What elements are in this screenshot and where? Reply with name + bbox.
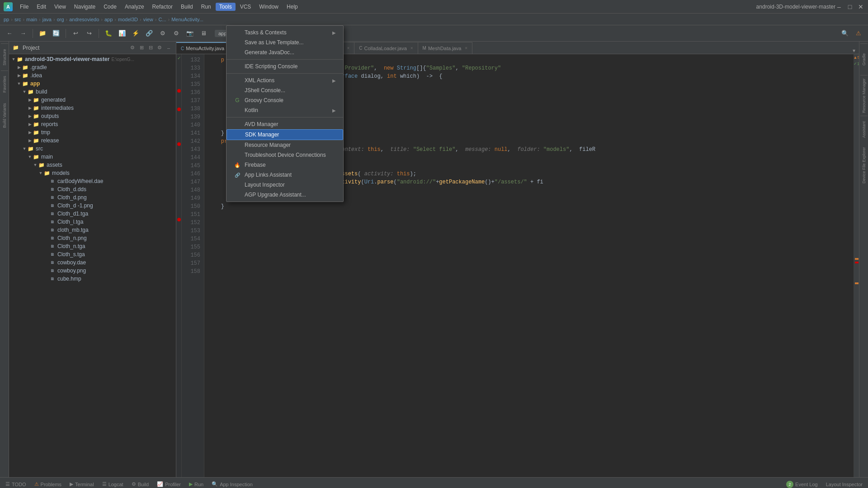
menu-view[interactable]: View xyxy=(51,3,70,11)
bc-java[interactable]: java xyxy=(42,17,52,22)
tree-cloth-ltga[interactable]: ▶ 🗎 Cloth_l.tga xyxy=(9,218,176,226)
more-tools-button[interactable]: ⚙ xyxy=(157,28,169,39)
tree-cowboy-dae[interactable]: ▶ 🗎 cowboy.dae xyxy=(9,258,176,267)
tree-intermediates[interactable]: ▶ 📁 intermediates xyxy=(9,104,176,112)
tree-cloth-npng[interactable]: ▶ 🗎 Cloth_n.png xyxy=(9,234,176,242)
tree-root[interactable]: ▼ 📁 android-3D-model-viewer-master E:\op… xyxy=(9,55,176,63)
structure-tab[interactable]: Structure xyxy=(1,43,8,70)
menu-analyze[interactable]: Analyze xyxy=(121,3,148,11)
notifications-button[interactable]: ⚠ xyxy=(853,28,864,39)
tree-carbodywheel[interactable]: ▶ 🗎 carBodyWheel.dae xyxy=(9,177,176,185)
device-file-explorer-tab[interactable]: Device File Explorer xyxy=(860,143,868,188)
forward-button[interactable]: → xyxy=(17,28,29,39)
event-log-tab[interactable]: 2 Event Log xyxy=(783,479,821,488)
build-tab[interactable]: ⚙ Build xyxy=(128,479,152,488)
tree-build[interactable]: ▼ 📁 build xyxy=(9,88,176,96)
menu-build[interactable]: Build xyxy=(177,3,197,11)
tree-tmp[interactable]: ▶ 📁 tmp xyxy=(9,128,176,136)
panel-close-icon[interactable]: – xyxy=(165,44,172,52)
menu-tasks-contexts[interactable]: Tasks & Contexts ▶ xyxy=(226,28,343,38)
menu-kotlin[interactable]: Kotlin ▶ xyxy=(226,105,343,115)
menu-help[interactable]: Help xyxy=(283,3,302,11)
menu-run[interactable]: Run xyxy=(198,3,215,11)
menu-tools[interactable]: Tools xyxy=(216,3,236,11)
search-everywhere-button[interactable]: 🔍 xyxy=(839,28,851,39)
menu-xml-actions[interactable]: XML Actions ▶ xyxy=(226,75,343,85)
tree-generated[interactable]: ▶ 📁 generated xyxy=(9,96,176,104)
build-variants-tab[interactable]: Build Variants xyxy=(1,98,8,134)
tree-src[interactable]: ▼ 📁 src xyxy=(9,145,176,153)
tree-outputs[interactable]: ▶ 📁 outputs xyxy=(9,112,176,120)
menu-file[interactable]: File xyxy=(16,3,32,11)
menu-edit[interactable]: Edit xyxy=(33,3,50,11)
undo-button[interactable]: ↩ xyxy=(70,28,81,39)
profiler-tab[interactable]: 📈 Profiler xyxy=(153,479,184,488)
tree-cloth-d1[interactable]: ▶ 🗎 Cloth_d -1.png xyxy=(9,202,176,210)
bc-c[interactable]: C... xyxy=(158,17,166,22)
tree-release[interactable]: ▶ 📁 release xyxy=(9,136,176,145)
resource-manager-tab[interactable]: Resource Manager xyxy=(860,75,868,116)
menu-avd-manager[interactable]: AVD Manager xyxy=(226,119,343,129)
bc-app[interactable]: app xyxy=(104,17,113,22)
layout-inspector-tab[interactable]: Layout Inspector xyxy=(822,479,866,488)
tree-reports[interactable]: ▶ 📁 reports xyxy=(9,120,176,128)
tree-cloth-dds[interactable]: ▶ 🗎 Cloth_d.dds xyxy=(9,185,176,193)
profile-button[interactable]: ⚡ xyxy=(130,28,142,39)
sync-button[interactable]: 🔄 xyxy=(50,28,62,39)
settings-button[interactable]: ⚙ xyxy=(170,28,182,39)
logcat-tab[interactable]: ☰ Logcat xyxy=(99,479,127,488)
tree-idea[interactable]: ▶ 📁 .idea xyxy=(9,71,176,80)
gradle-tab[interactable]: Gradle xyxy=(860,43,868,75)
tree-cowboy-png[interactable]: ▶ 🗎 cowboy.png xyxy=(9,267,176,275)
menu-groovy-console[interactable]: G Groovy Console xyxy=(226,95,343,105)
back-button[interactable]: ← xyxy=(4,28,15,39)
tree-cube-hmp[interactable]: ▶ 🗎 cube.hmp xyxy=(9,275,176,283)
tree-cloth-mb[interactable]: ▶ 🗎 cloth_mb.tga xyxy=(9,226,176,234)
run-tab[interactable]: ▶ Run xyxy=(185,479,207,488)
toolbar-btn10[interactable]: 🖥 xyxy=(198,28,209,39)
toolbar-btn9[interactable]: 📷 xyxy=(184,28,196,39)
tree-models[interactable]: ▼ 📁 models xyxy=(9,169,176,177)
menu-ide-scripting-console[interactable]: IDE Scripting Console xyxy=(226,61,343,71)
tree-cloth-ntga[interactable]: ▶ 🗎 Cloth_n.tga xyxy=(9,242,176,250)
redo-button[interactable]: ↪ xyxy=(83,28,95,39)
attach-button[interactable]: 🔗 xyxy=(143,28,155,39)
tabs-more[interactable]: ▾ xyxy=(849,47,859,54)
tab-meshdata[interactable]: M MeshData.java × xyxy=(418,42,473,54)
panel-expand-icon[interactable]: ⊞ xyxy=(138,44,145,52)
bc-org[interactable]: org xyxy=(57,17,64,22)
tab-colladaloader[interactable]: C ColladaLoader.java × xyxy=(354,42,418,54)
coverage-button[interactable]: 📊 xyxy=(116,28,128,39)
panel-settings-icon[interactable]: ⚙ xyxy=(129,44,136,52)
tab-colladaloader-close[interactable]: × xyxy=(410,46,413,51)
bc-main[interactable]: main xyxy=(26,17,37,22)
menu-window[interactable]: Window xyxy=(255,3,282,11)
assistant-tab[interactable]: Assistant xyxy=(860,116,868,143)
bc-view[interactable]: view xyxy=(143,17,153,22)
tree-cloth-stga[interactable]: ▶ 🗎 Cloth_s.tga xyxy=(9,250,176,258)
tree-cloth-d1tga[interactable]: ▶ 🗎 Cloth_d1.tga xyxy=(9,210,176,218)
tree-cloth-png[interactable]: ▶ 🗎 Cloth_d.png xyxy=(9,193,176,202)
tree-main[interactable]: ▼ 📁 main xyxy=(9,153,176,161)
tree-gradle[interactable]: ▶ 📁 .gradle xyxy=(9,63,176,71)
bc-menuactivity[interactable]: MenuActivity... xyxy=(171,17,203,22)
tab-object3ddata-close[interactable]: × xyxy=(347,46,349,51)
tab-meshdata-close[interactable]: × xyxy=(465,46,467,51)
menu-resource-manager[interactable]: Resource Manager xyxy=(226,140,343,150)
menu-refactor[interactable]: Refactor xyxy=(149,3,176,11)
menu-sdk-manager[interactable]: SDK Manager xyxy=(226,129,343,140)
menu-navigate[interactable]: Navigate xyxy=(71,3,99,11)
menu-save-live-template[interactable]: Save as Live Template... xyxy=(226,38,343,47)
terminal-tab[interactable]: ▶ Terminal xyxy=(66,479,98,488)
menu-troubleshoot-connections[interactable]: Troubleshoot Device Connections xyxy=(226,150,343,160)
debug-button[interactable]: 🐛 xyxy=(103,28,114,39)
menu-layout-inspector[interactable]: Layout Inspector xyxy=(226,180,343,190)
app-inspection-tab[interactable]: 🔍 App Inspection xyxy=(208,479,256,488)
panel-gear-icon[interactable]: ⚙ xyxy=(156,44,163,52)
menu-jshell-console[interactable]: JShell Console... xyxy=(226,85,343,95)
menu-app-links-assistant[interactable]: 🔗 App Links Assistant xyxy=(226,170,343,180)
tree-app[interactable]: ▼ 📁 app xyxy=(9,80,176,88)
menu-generate-javadoc[interactable]: Generate JavaDoc... xyxy=(226,47,343,57)
tree-assets[interactable]: ▼ 📁 assets xyxy=(9,161,176,169)
todo-tab[interactable]: ☰ TODO xyxy=(2,479,30,488)
